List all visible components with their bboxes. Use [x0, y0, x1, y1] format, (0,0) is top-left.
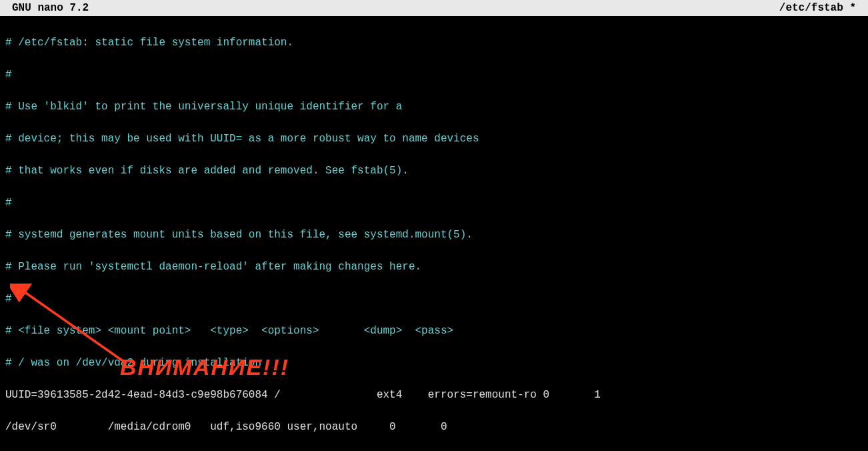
file-line: # /etc/fstab: static file system informa… — [5, 35, 863, 51]
file-line: # that works even if disks are added and… — [5, 163, 863, 179]
file-line: UUID=39613585-2d42-4ead-84d3-c9e98b67608… — [5, 387, 863, 403]
title-bar: GNU nano 7.2 /etc/fstab * — [0, 0, 868, 16]
file-line: /dev/sr0 /media/cdrom0 udf,iso9660 user,… — [5, 419, 863, 435]
app-name: GNU nano 7.2 — [0, 0, 89, 16]
file-line: # device; this may be used with UUID= as… — [5, 131, 863, 147]
file-line: # — [5, 291, 863, 307]
file-line: # / was on /dev/vda2 during installation — [5, 355, 863, 371]
file-name: /etc/fstab * — [779, 0, 868, 16]
file-line: # — [5, 67, 863, 83]
file-line: # Use 'blkid' to print the universally u… — [5, 99, 863, 115]
file-line: # — [5, 195, 863, 211]
file-line: # Please run 'systemctl daemon-reload' a… — [5, 259, 863, 275]
file-line: # systemd generates mount units based on… — [5, 227, 863, 243]
editor-content[interactable]: # /etc/fstab: static file system informa… — [0, 16, 868, 451]
file-line: # <file system> <mount point> <type> <op… — [5, 323, 863, 339]
